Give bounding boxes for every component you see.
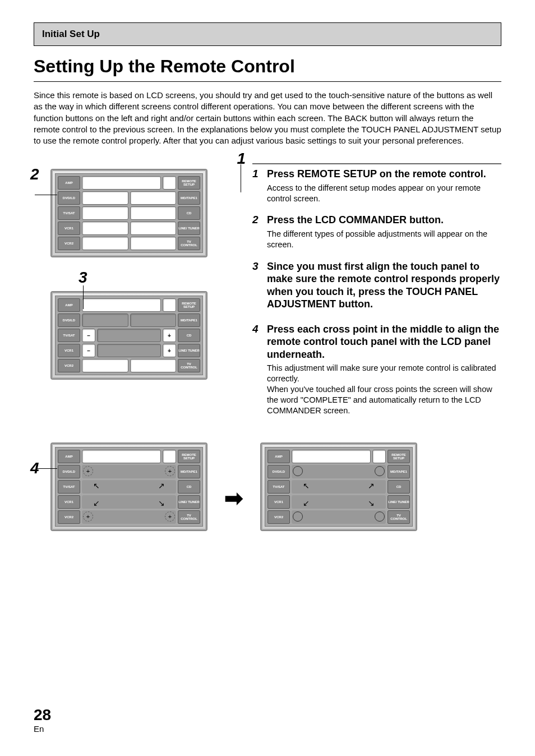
remote-btn-tvsat: TV/SAT	[58, 206, 80, 220]
remote-slot	[130, 222, 177, 235]
cross-point-icon: +	[165, 511, 175, 522]
remote-plus-btn: +	[163, 344, 176, 357]
remote-btn-dvdld: DVD/LD	[268, 465, 290, 478]
remote-btn-remote-setup: REMOTE SETUP	[178, 176, 200, 190]
remote-slot	[372, 450, 386, 463]
callout-1: 1	[237, 150, 246, 168]
remote-btn-tvcontrol: TV CONTROL	[178, 237, 200, 250]
callout-3: 3	[79, 269, 87, 287]
remote-diagram-1: AMP REMOTE SETUP DVD/LD MD/TAPE1 TV/SAT	[50, 169, 207, 257]
step-heading: Press each cross point in the middle to …	[267, 323, 501, 361]
remote-slot	[82, 191, 128, 205]
cross-point-icon: +	[83, 511, 93, 522]
remote-btn-mdtape: MD/TAPE1	[178, 465, 200, 478]
circle-icon	[293, 466, 303, 476]
callout-line	[35, 195, 57, 195]
remote-btn-tvsat: TV/SAT	[58, 480, 80, 494]
intro-paragraph: Since this remote is based on LCD screen…	[34, 90, 501, 146]
remote-slot	[163, 176, 176, 190]
remote-btn-dvdld: DVD/LD	[58, 314, 80, 327]
remote-slot	[97, 329, 161, 342]
remote-btn-cd: CD	[388, 480, 410, 494]
remote-slot	[82, 222, 128, 235]
remote-btn-vcr1: VCR1	[58, 344, 80, 357]
remote-slot	[97, 344, 161, 357]
remote-btn-cd: CD	[178, 480, 200, 494]
callout-line	[83, 285, 84, 309]
page-title: Setting Up the Remote Control	[34, 56, 501, 82]
step-number: 3	[252, 260, 267, 313]
remote-btn-vcr2: VCR2	[58, 359, 80, 372]
remote-btn-remote-setup: REMOTE SETUP	[388, 450, 410, 463]
arrow-icon: ↖	[93, 481, 100, 490]
callout-line	[37, 468, 57, 469]
remote-slot	[82, 450, 161, 463]
remote-btn-vcr1: VCR1	[268, 495, 290, 509]
remote-btn-tvcontrol: TV CONTROL	[178, 359, 200, 372]
page-language: En	[34, 724, 51, 734]
remote-btn-remote-setup: REMOTE SETUP	[178, 450, 200, 463]
remote-diagram-4: AMP REMOTE SETUP DVD/LD MD/TAPE1 TV/SAT	[260, 442, 417, 531]
page-number: 28	[34, 706, 51, 724]
remote-slot	[82, 314, 128, 327]
remote-slot	[163, 450, 176, 463]
remote-slot	[163, 298, 176, 312]
page-footer: 28 En	[34, 706, 51, 734]
step-heading: Since you must first align the touch pan…	[267, 260, 501, 311]
remote-minus-btn: –	[82, 344, 95, 357]
remote-slot	[130, 359, 177, 372]
step-number: 2	[252, 214, 267, 250]
remote-btn-amp: AMP	[58, 298, 80, 312]
remote-slot	[130, 206, 177, 220]
arrow-icon: ↖	[303, 481, 310, 490]
remote-btn-vcr2: VCR2	[268, 510, 290, 524]
remote-slot	[82, 176, 161, 190]
remote-btn-vcr2: VCR2	[58, 237, 80, 250]
remote-btn-linetuner: LINE/ TUNER	[178, 344, 200, 357]
circle-icon	[375, 466, 385, 476]
arrow-right-icon: ➡	[224, 485, 243, 511]
remote-slot	[130, 237, 177, 250]
remote-minus-btn: –	[82, 329, 95, 342]
remote-slot	[130, 191, 177, 205]
remote-diagram-3: AMP REMOTE SETUP DVD/LD + + MD/TAPE1 TV/…	[50, 442, 207, 531]
arrow-icon: ↗	[368, 481, 375, 490]
step-heading: Press the LCD COMMANDER button.	[267, 214, 501, 227]
remote-btn-dvdld: DVD/LD	[58, 465, 80, 478]
arrow-icon: ↗	[158, 481, 165, 490]
remote-slot	[82, 298, 161, 312]
remote-plus-btn: +	[163, 329, 176, 342]
callout-line	[241, 164, 241, 192]
remote-btn-tvcontrol: TV CONTROL	[388, 510, 410, 524]
remote-btn-linetuner: LINE/ TUNER	[178, 222, 200, 235]
remote-btn-dvdld: DVD/LD	[58, 191, 80, 205]
remote-btn-tvsat: TV/SAT	[58, 329, 80, 342]
arrow-icon: ↙	[93, 499, 100, 508]
remote-btn-vcr1: VCR1	[58, 222, 80, 235]
remote-btn-mdtape: MD/TAPE1	[178, 191, 200, 205]
remote-btn-amp: AMP	[268, 450, 290, 463]
remote-btn-amp: AMP	[58, 450, 80, 463]
remote-btn-cd: CD	[178, 206, 200, 220]
remote-btn-vcr2: VCR2	[58, 510, 80, 524]
step-number: 4	[252, 323, 267, 416]
step-description: Access to the different setup modes appe…	[267, 183, 501, 204]
remote-btn-linetuner: LINE/ TUNER	[178, 495, 200, 509]
remote-btn-tvsat: TV/SAT	[268, 480, 290, 494]
step-description: The different types of possible adjustme…	[267, 229, 501, 250]
step-heading: Press REMOTE SETUP on the remote control…	[267, 168, 501, 181]
circle-icon	[375, 511, 385, 522]
remote-diagram-2: AMP REMOTE SETUP DVD/LD MD/TAPE1 TV/SAT	[50, 291, 207, 380]
step-number: 1	[252, 168, 267, 204]
remote-btn-vcr1: VCR1	[58, 495, 80, 509]
remote-btn-linetuner: LINE/ TUNER	[388, 495, 410, 509]
remote-btn-amp: AMP	[58, 176, 80, 190]
remote-slot	[82, 206, 128, 220]
remote-btn-mdtape: MD/TAPE1	[178, 314, 200, 327]
step-description: This adjustment will make sure your remo…	[267, 363, 501, 416]
cross-point-icon: +	[83, 466, 93, 476]
section-header: Initial Set Up	[34, 22, 501, 46]
arrow-icon: ↘	[368, 499, 375, 508]
remote-btn-tvcontrol: TV CONTROL	[178, 510, 200, 524]
remote-slot	[82, 237, 128, 250]
